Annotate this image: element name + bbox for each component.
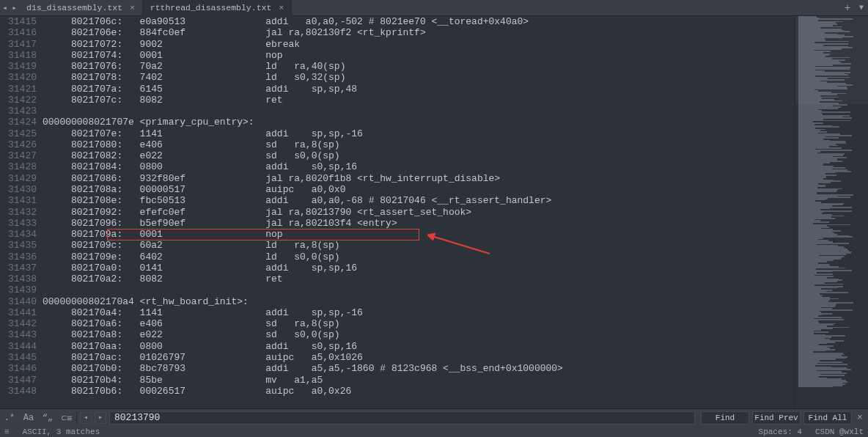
code-line[interactable]: 80217078: 7402 ld s0,32(sp): [43, 72, 795, 83]
code-line[interactable]: 8021707c: 8082 ret: [43, 95, 795, 106]
code-line[interactable]: 8021707a: 6145 addi sp,sp,48: [43, 84, 795, 95]
line-number: 31446: [0, 363, 37, 374]
code-line[interactable]: 802170a4: 1141 addi sp,sp,-16: [43, 307, 795, 318]
code-line[interactable]: 80217084: 0800 addi s0,sp,16: [43, 161, 795, 172]
new-tab-icon[interactable]: +: [840, 2, 855, 14]
code-line[interactable]: 8021708e: fbc50513 addi a0,a0,-68 # 8021…: [43, 195, 795, 206]
code-line[interactable]: [43, 284, 795, 295]
code-line[interactable]: 8021707e: 1141 addi sp,sp,-16: [43, 128, 795, 139]
line-number: 31429: [0, 173, 37, 184]
whole-word-icon[interactable]: “„: [38, 413, 57, 423]
line-gutter: 3141531416314173141831419314203142131422…: [0, 16, 43, 408]
minimap[interactable]: [795, 16, 868, 408]
line-number: 31428: [0, 161, 37, 172]
search-input[interactable]: [109, 411, 695, 425]
line-number: 31431: [0, 195, 37, 206]
minimap-viewport[interactable]: [795, 16, 868, 104]
line-number: 31430: [0, 184, 37, 195]
line-number: 31427: [0, 150, 37, 161]
in-selection-icon[interactable]: ⊂≡: [57, 413, 76, 423]
code-line[interactable]: 80217096: b5ef90ef jal ra,802103f4 <entr…: [43, 218, 795, 229]
code-line[interactable]: 000000008021707e <primary_cpu_entry>:: [43, 117, 795, 128]
line-number: 31438: [0, 273, 37, 284]
line-number: 31440: [0, 296, 37, 307]
line-number: 31444: [0, 341, 37, 352]
tab-active[interactable]: rtthread_disassembly.txt ×: [143, 0, 292, 16]
line-number: 31421: [0, 84, 37, 95]
line-number: 31433: [0, 218, 37, 229]
line-number: 31434: [0, 229, 37, 240]
nav-back-icon[interactable]: ◂: [0, 3, 10, 12]
status-spaces[interactable]: Spaces: 4: [759, 427, 802, 436]
line-number: 31442: [0, 318, 37, 329]
line-number: 31426: [0, 139, 37, 150]
code-line[interactable]: 802170a0: 0141 addi sp,sp,16: [43, 262, 795, 273]
line-number: 31415: [0, 16, 37, 27]
find-prev-nav-icon[interactable]: ◂: [80, 412, 92, 424]
code-line[interactable]: 802170ac: 01026797 auipc a5,0x1026: [43, 352, 795, 363]
code-line[interactable]: 80217074: 0001 nop: [43, 50, 795, 61]
code-line[interactable]: 802170aa: 0800 addi s0,sp,16: [43, 341, 795, 352]
code-view[interactable]: 8021706c: e0a90513 addi a0,a0,-502 # 802…: [43, 16, 795, 408]
close-search-icon[interactable]: ×: [852, 412, 868, 423]
tab-bar: ◂ ▸ d1s_disassembly.txt × rtthread_disas…: [0, 0, 868, 16]
code-line[interactable]: 802170b4: 85be mv a1,a5: [43, 375, 795, 386]
close-icon[interactable]: ×: [130, 4, 135, 12]
line-number: 31417: [0, 39, 37, 50]
divider: [76, 412, 77, 424]
line-number: 31418: [0, 50, 37, 61]
code-line[interactable]: 80217080: e406 sd ra,8(sp): [43, 139, 795, 150]
line-number: 31432: [0, 207, 37, 218]
search-bar: .* Aa “„ ⊂≡ ◂ ▸ Find Find Prev Find All …: [0, 408, 868, 426]
line-number: 31443: [0, 329, 37, 340]
line-number: 31439: [0, 284, 37, 295]
line-number: 31437: [0, 262, 37, 273]
line-number: 31422: [0, 95, 37, 106]
code-line[interactable]: 802170a8: e022 sd s0,0(sp): [43, 329, 795, 340]
code-line[interactable]: 80217072: 9002 ebreak: [43, 39, 795, 50]
code-line[interactable]: 802170b6: 00026517 auipc a0,0x26: [43, 386, 795, 397]
code-line[interactable]: 802170b0: 8bc78793 addi a5,a5,-1860 # 81…: [43, 363, 795, 374]
code-line[interactable]: 8021706e: 884fc0ef jal ra,802130f2 <rt_k…: [43, 27, 795, 38]
regex-icon[interactable]: .*: [0, 413, 19, 423]
tab-inactive[interactable]: d1s_disassembly.txt ×: [19, 0, 143, 16]
nav-forward-icon[interactable]: ▸: [10, 3, 19, 12]
line-number: 31416: [0, 27, 37, 38]
line-number: 31448: [0, 386, 37, 397]
line-number: 31441: [0, 307, 37, 318]
code-line[interactable]: 80217086: 932f80ef jal ra,8020f1b8 <rt_h…: [43, 173, 795, 184]
code-line[interactable]: 8021708a: 00000517 auipc a0,0x0: [43, 184, 795, 195]
line-number: 31424: [0, 117, 37, 128]
menu-icon[interactable]: [4, 427, 10, 436]
line-number: 31436: [0, 251, 37, 262]
code-line[interactable]: 00000000802170a4 <rt_hw_board_init>:: [43, 296, 795, 307]
line-number: 31445: [0, 352, 37, 363]
code-line[interactable]: 80217076: 70a2 ld ra,40(sp): [43, 61, 795, 72]
find-next-nav-icon[interactable]: ▸: [95, 412, 106, 424]
tab-label: d1s_disassembly.txt: [26, 3, 122, 12]
code-line[interactable]: 802170a2: 8082 ret: [43, 273, 795, 284]
line-number: 31423: [0, 106, 37, 117]
line-number: 31447: [0, 375, 37, 386]
code-line[interactable]: 8021706c: e0a90513 addi a0,a0,-502 # 802…: [43, 16, 795, 27]
tab-menu-icon[interactable]: ▼: [855, 4, 868, 12]
line-number: 31419: [0, 61, 37, 72]
line-number: 31435: [0, 240, 37, 251]
close-icon[interactable]: ×: [279, 4, 284, 12]
line-number: 31425: [0, 128, 37, 139]
code-line[interactable]: 802170a6: e406 sd ra,8(sp): [43, 318, 795, 329]
find-all-button[interactable]: Find All: [803, 411, 852, 425]
watermark: CSDN @wxlt: [815, 427, 864, 436]
code-line[interactable]: 8021709c: 60a2 ld ra,8(sp): [43, 240, 795, 251]
editor-area: 3141531416314173141831419314203142131422…: [0, 16, 868, 408]
code-line[interactable]: 8021709a: 0001 nop: [43, 229, 795, 240]
case-icon[interactable]: Aa: [19, 413, 38, 423]
find-prev-button[interactable]: Find Prev: [752, 411, 801, 425]
find-button[interactable]: Find: [701, 411, 749, 425]
status-bar: ASCII, 3 matches Spaces: 4 CSDN @wxlt: [0, 426, 868, 437]
code-line[interactable]: 80217082: e022 sd s0,0(sp): [43, 150, 795, 161]
code-line[interactable]: [43, 106, 795, 117]
tab-label: rtthread_disassembly.txt: [150, 3, 272, 12]
code-line[interactable]: 8021709e: 6402 ld s0,0(sp): [43, 251, 795, 262]
code-line[interactable]: 80217092: efefc0ef jal ra,80213790 <rt_a…: [43, 207, 795, 218]
